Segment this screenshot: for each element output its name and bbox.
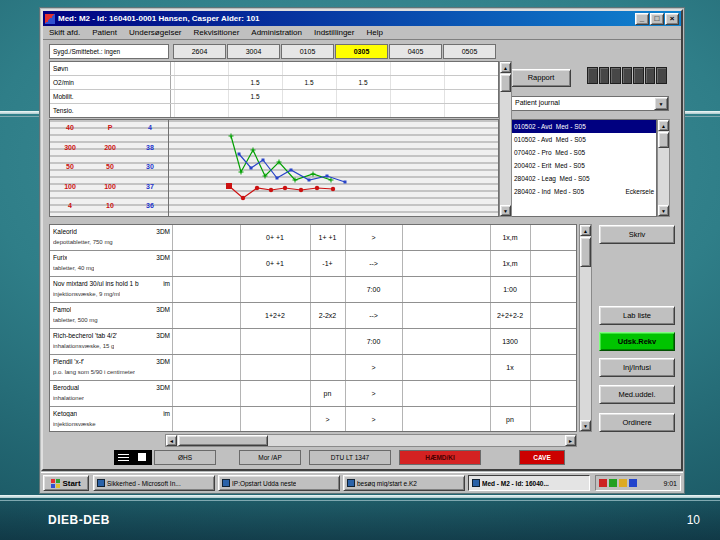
scroll-left-icon[interactable]: ◄ (166, 435, 177, 446)
date-column-0405[interactable]: 0405 (389, 44, 442, 59)
medication-dose-cell[interactable]: 7:00 (345, 286, 402, 293)
medication-dose-cell[interactable]: pn (490, 416, 530, 423)
date-column-0505[interactable]: 0505 (443, 44, 496, 59)
journal-entry[interactable]: 010502 - Avd Med - S05 (512, 120, 656, 133)
close-button[interactable]: × (665, 13, 679, 25)
medication-row-furix[interactable]: Furix3DMtabletter, 40 mg0+ +1-1+-->1x,m (50, 251, 576, 277)
medication-dose-cell[interactable]: > (345, 390, 402, 397)
medication-row-rich-becherol-tab-4-2[interactable]: Rich-becherol 'tab 4/2'3DMinhalationsvæs… (50, 329, 576, 355)
medication-row-berodual[interactable]: Berodual3DMinhalationerpn> (50, 381, 576, 407)
medication-hscrollbar[interactable]: ◄ ► (165, 434, 577, 447)
chevron-down-icon[interactable]: ▼ (654, 97, 668, 110)
medication-dose-cell[interactable]: 1:00 (490, 286, 530, 293)
medication-dose-cell[interactable]: 1+2+2 (240, 312, 310, 319)
title-bar[interactable]: Med: M2 - Id: 160401-0001 Hansen, Casper… (43, 11, 681, 26)
medication-dose-cell[interactable]: pn (310, 390, 345, 397)
medication-row-kaleorid[interactable]: Kaleorid3DMdepottabletter, 750 mg0+ +11+… (50, 225, 576, 251)
date-column-2604[interactable]: 2604 (173, 44, 226, 59)
obs-value-cell[interactable]: 1.5 (282, 79, 336, 86)
journal-entry[interactable]: 010502 - Avd Med - S05 (512, 133, 656, 146)
medication-scrollbar[interactable]: ▲ ▼ (579, 224, 592, 432)
start-button[interactable]: Start (43, 475, 89, 491)
side-button-skriv[interactable]: Skriv (599, 225, 675, 244)
taskbar-task-sikkerhed-microsoft-in[interactable]: Sikkerhed - Microsoft In... (93, 475, 215, 491)
side-button-lab-liste[interactable]: Lab liste (599, 306, 675, 325)
status-cell-dtu-lt-1347[interactable]: DTU LT 1347 (309, 450, 391, 465)
medication-dose-cell[interactable]: > (310, 416, 345, 423)
journal-select[interactable]: Patient journal ▼ (511, 96, 669, 111)
side-button-inj-infusi[interactable]: Inj/Infusi (599, 358, 675, 377)
medication-dose-cell[interactable]: > (345, 364, 402, 371)
menu-item-patient[interactable]: Patient (86, 28, 123, 37)
medication-dose-cell[interactable]: --> (345, 312, 402, 319)
journal-scrollbar[interactable]: ▲ ▼ (657, 119, 670, 217)
menu-item-help[interactable]: Help (360, 28, 388, 37)
medication-row-plendil-x-f[interactable]: Plendil 'x-f'3DMp.o. lang som 5/90 i cen… (50, 355, 576, 381)
observation-scrollbar[interactable]: ▲ ▼ (499, 61, 512, 217)
status-cell-cave[interactable]: CAVE (519, 450, 565, 465)
medication-dose-cell[interactable]: 7:00 (345, 338, 402, 345)
scroll-down-icon[interactable]: ▼ (658, 205, 669, 216)
medication-row-ketogan[interactable]: Ketoganiminjektionsvæske>>pn (50, 407, 576, 432)
medication-dose-cell[interactable]: 2+2+2-2 (490, 312, 530, 319)
medication-row-nov-mixtard-30-ul-ins-hold-1-b[interactable]: Nov mixtard 30/ul ins hold 1 biminjektio… (50, 277, 576, 303)
tray-icon[interactable] (629, 479, 637, 487)
medication-dose-cell[interactable]: 1300 (490, 338, 530, 345)
scroll-up-icon[interactable]: ▲ (658, 120, 669, 131)
medication-dose-cell[interactable]: 0+ +1 (240, 234, 310, 241)
scrollbar-thumb[interactable] (658, 132, 669, 148)
journal-entry[interactable]: 070402 - Pro Med - S05 (512, 146, 656, 159)
tray-icon[interactable] (609, 479, 617, 487)
medication-dose-cell[interactable]: 1+ +1 (310, 234, 345, 241)
medication-dose-cell[interactable]: 1x,m (490, 234, 530, 241)
side-button-udsk-rekv[interactable]: Udsk.Rekv (599, 332, 675, 351)
journal-entry[interactable]: 280402 - Ind Med - S05Eckersele (512, 185, 656, 198)
obs-value-cell[interactable]: 1.5 (228, 93, 282, 100)
scrollbar-thumb[interactable] (500, 74, 511, 92)
medication-dose-cell[interactable]: 1x,m (490, 260, 530, 267)
date-column-3004[interactable]: 3004 (227, 44, 280, 59)
status-cell-mor-ap[interactable]: Mor /AP (239, 450, 301, 465)
date-column-0305[interactable]: 0305 (335, 44, 388, 59)
medication-dose-cell[interactable]: --> (345, 260, 402, 267)
taskbar-task-med-m2-id-16040[interactable]: Med - M2 - Id: 16040... (468, 475, 590, 491)
menu-item-indstillinger[interactable]: Indstillinger (308, 28, 360, 37)
status-cell-øhs[interactable]: ØHS (154, 450, 216, 465)
medication-dose-cell[interactable]: > (345, 416, 402, 423)
menu-item-administration[interactable]: Administration (245, 28, 308, 37)
scroll-down-icon[interactable]: ▼ (500, 205, 511, 216)
status-cell-hæmd-ki[interactable]: HÆMD/KI (399, 450, 481, 465)
side-button-med-uddel[interactable]: Med.uddel. (599, 385, 675, 404)
scroll-up-icon[interactable]: ▲ (580, 225, 591, 236)
date-column-0105[interactable]: 0105 (281, 44, 334, 59)
obs-row-mobilit: Mobilit.1.5 (50, 90, 498, 104)
medication-row-pamol[interactable]: Pamol3DMtabletter, 500 mg1+2+22-2x2-->2+… (50, 303, 576, 329)
maximize-button[interactable]: □ (650, 13, 664, 25)
tray-icon[interactable] (619, 479, 627, 487)
medication-dose-cell[interactable]: 1x (490, 364, 530, 371)
taskbar-task-besøg-mig-start-e-k2[interactable]: besøg mig/start e.K2 (343, 475, 465, 491)
journal-entry[interactable]: 200402 - Erit Med - S05 (512, 159, 656, 172)
scroll-down-icon[interactable]: ▼ (580, 420, 591, 431)
minimize-button[interactable]: _ (635, 13, 649, 25)
side-button-ordinere[interactable]: Ordinere (599, 413, 675, 432)
obs-value-cell[interactable]: 1.5 (228, 79, 282, 86)
medication-dose-cell[interactable]: -1+ (310, 260, 345, 267)
medication-dose-cell[interactable]: 0+ +1 (240, 260, 310, 267)
task-window-icon (347, 479, 355, 487)
scroll-right-icon[interactable]: ► (565, 435, 576, 446)
display-line (118, 460, 129, 461)
obs-value-cell[interactable]: 1.5 (336, 79, 390, 86)
journal-entry[interactable]: 280402 - Leag Med - S05 (512, 172, 656, 185)
rapport-button[interactable]: Rapport (511, 69, 571, 87)
menu-item-rekvisitioner[interactable]: Rekvisitioner (188, 28, 246, 37)
taskbar-task-ip-opstart-udda-neste[interactable]: IP:Opstart Udda neste (218, 475, 340, 491)
scrollbar-thumb[interactable] (580, 237, 591, 267)
menu-item-skift-afd[interactable]: Skift afd. (43, 28, 86, 37)
medication-dose-cell[interactable]: > (345, 234, 402, 241)
scroll-up-icon[interactable]: ▲ (500, 62, 511, 73)
scrollbar-thumb[interactable] (178, 435, 268, 446)
medication-dose-cell[interactable]: 2-2x2 (310, 312, 345, 319)
menu-item-undersøgelser[interactable]: Undersøgelser (123, 28, 187, 37)
tray-icon[interactable] (599, 479, 607, 487)
